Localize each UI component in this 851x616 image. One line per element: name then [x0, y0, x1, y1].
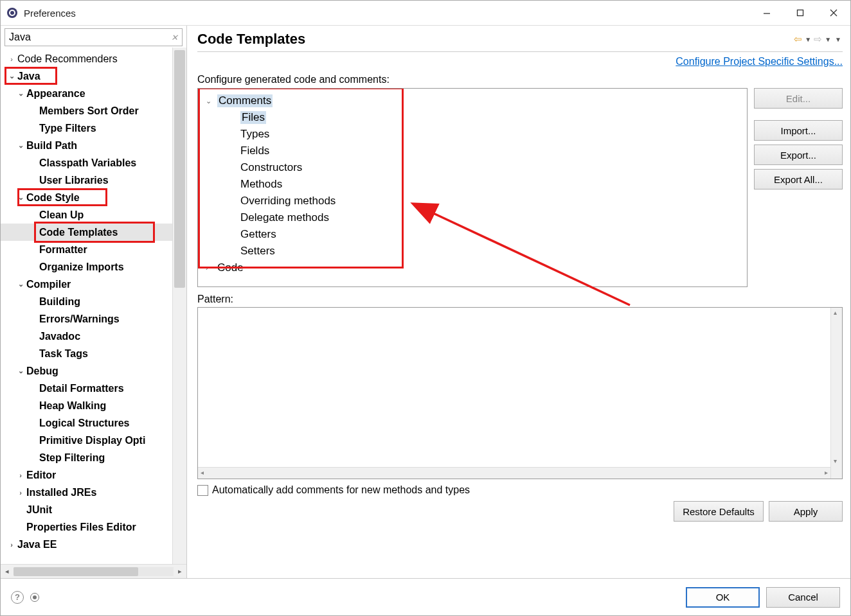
tree-item[interactable]: Organize Imports	[1, 258, 172, 276]
back-menu-icon[interactable]: ▼	[805, 36, 811, 43]
chevron-right-icon[interactable]: ›	[206, 264, 217, 272]
template-tree-label: Overriding methods	[240, 195, 336, 207]
minimize-button[interactable]	[750, 1, 784, 25]
tree-item[interactable]: Building	[1, 293, 172, 310]
tree-item[interactable]: JUnit	[1, 501, 172, 518]
close-button[interactable]	[817, 1, 850, 25]
tree-item[interactable]: ⌄Java	[1, 67, 172, 85]
tree-item[interactable]: User Libraries	[1, 172, 172, 189]
tree-item[interactable]: Logical Structures	[1, 414, 172, 432]
tree-item[interactable]: Type Filters	[1, 119, 172, 137]
import-button[interactable]: Import...	[754, 120, 843, 141]
tree-item[interactable]: Code Templates	[1, 224, 172, 241]
chevron-down-icon[interactable]: ⌄	[15, 141, 26, 150]
tree-item[interactable]: Formatter	[1, 241, 172, 258]
export-button[interactable]: Export...	[754, 145, 843, 165]
filter-field[interactable]: ✕	[4, 28, 183, 46]
record-icon[interactable]	[30, 593, 39, 602]
tree-item[interactable]: Clean Up	[1, 206, 172, 224]
tree-item[interactable]: ›Editor	[1, 466, 172, 484]
tree-item[interactable]: Task Tags	[1, 345, 172, 362]
help-icon[interactable]: ?	[11, 591, 24, 604]
template-tree-item[interactable]: Fields	[203, 143, 742, 159]
clear-filter-icon[interactable]: ✕	[171, 33, 178, 42]
template-tree-label: Fields	[240, 145, 269, 157]
pattern-hscroll[interactable]	[198, 467, 830, 479]
template-tree-item[interactable]: Constructors	[203, 159, 742, 176]
chevron-down-icon[interactable]: ⌄	[15, 367, 26, 375]
template-tree-item[interactable]: Setters	[203, 243, 742, 260]
edit-button[interactable]: Edit...	[754, 88, 843, 109]
tree-item[interactable]: ›Java EE	[1, 536, 172, 553]
chevron-down-icon[interactable]: ⌄	[15, 280, 26, 288]
filter-input[interactable]	[9, 31, 171, 43]
dropdown-icon[interactable]: ▼	[835, 36, 841, 43]
project-settings-link[interactable]: Configure Project Specific Settings...	[676, 56, 843, 67]
tree-item[interactable]: Step Filtering	[1, 449, 172, 466]
cancel-button[interactable]: Cancel	[766, 587, 840, 608]
chevron-down-icon[interactable]: ⌄	[15, 89, 26, 98]
template-tree-item[interactable]: Getters	[203, 226, 742, 243]
scroll-left-icon[interactable]: ◂	[1, 567, 13, 576]
chevron-right-icon[interactable]: ›	[15, 489, 26, 497]
tree-item[interactable]: Classpath Variables	[1, 154, 172, 172]
preferences-tree[interactable]: ›Code Recommenders⌄Java⌄AppearanceMember…	[1, 48, 172, 564]
tree-item[interactable]: Javadoc	[1, 328, 172, 345]
tree-item-label: Heap Walking	[39, 400, 106, 412]
tree-item[interactable]: Primitive Display Opti	[1, 432, 172, 449]
maximize-button[interactable]	[784, 1, 817, 25]
template-tree-item[interactable]: ⌄Comments	[203, 92, 742, 109]
tree-item-label: Formatter	[39, 244, 87, 256]
forward-menu-icon[interactable]: ▼	[825, 36, 831, 43]
ok-button[interactable]: OK	[686, 587, 760, 608]
template-tree-item[interactable]: ›Code	[203, 260, 742, 276]
main-panel: Code Templates ⇦ ▼ ⇨ ▼ ▼ Configure Proje…	[187, 26, 850, 578]
template-tree-item[interactable]: Types	[203, 126, 742, 143]
tree-item[interactable]: ›Installed JREs	[1, 484, 172, 501]
template-tree-label: Delegate methods	[240, 211, 329, 224]
titlebar[interactable]: Preferences	[1, 1, 850, 25]
tree-item-label: Organize Imports	[39, 261, 124, 273]
pattern-textarea[interactable]	[197, 307, 843, 479]
tree-item[interactable]: Detail Formatters	[1, 380, 172, 397]
tree-item[interactable]: ›Code Recommenders	[1, 50, 172, 67]
chevron-right-icon[interactable]: ›	[15, 471, 26, 479]
forward-icon[interactable]: ⇨	[814, 33, 822, 45]
configure-label: Configure generated code and comments:	[197, 74, 843, 85]
tree-item[interactable]: Heap Walking	[1, 397, 172, 414]
sidebar-hscrollbar[interactable]: ◂ ▸	[1, 564, 186, 578]
tree-item[interactable]: Properties Files Editor	[1, 518, 172, 536]
restore-defaults-button[interactable]: Restore Defaults	[674, 501, 764, 522]
chevron-right-icon[interactable]: ›	[6, 541, 17, 549]
tree-item[interactable]: ⌄Build Path	[1, 137, 172, 154]
apply-button[interactable]: Apply	[769, 501, 843, 522]
back-icon[interactable]: ⇦	[794, 33, 802, 45]
pattern-vscroll[interactable]	[830, 308, 842, 479]
page-title: Code Templates	[197, 31, 793, 48]
chevron-down-icon[interactable]: ⌄	[15, 193, 26, 202]
tree-item-label: Installed JREs	[26, 487, 96, 498]
tree-item-label: Java	[17, 71, 40, 82]
tree-item-label: Building	[39, 296, 80, 308]
template-tree-item[interactable]: Methods	[203, 176, 742, 193]
chevron-down-icon[interactable]: ⌄	[6, 72, 17, 80]
chevron-right-icon[interactable]: ›	[6, 55, 17, 63]
template-tree-item[interactable]: Overriding methods	[203, 193, 742, 209]
template-tree-item[interactable]: Delegate methods	[203, 209, 742, 226]
sidebar-scrollbar[interactable]	[172, 48, 186, 564]
auto-comments-checkbox[interactable]	[197, 485, 208, 496]
chevron-down-icon[interactable]: ⌄	[206, 97, 217, 105]
template-tree-label: Constructors	[240, 161, 302, 174]
tree-item[interactable]: ⌄Code Style	[1, 189, 172, 206]
templates-tree[interactable]: ⌄CommentsFilesTypesFieldsConstructorsMet…	[197, 88, 748, 287]
tree-item[interactable]: Members Sort Order	[1, 102, 172, 119]
export-all-button[interactable]: Export All...	[754, 169, 843, 189]
tree-item[interactable]: ⌄Appearance	[1, 85, 172, 102]
tree-item-label: Primitive Display Opti	[39, 435, 145, 446]
tree-item[interactable]: Errors/Warnings	[1, 310, 172, 328]
app-icon	[6, 6, 19, 19]
tree-item[interactable]: ⌄Compiler	[1, 276, 172, 293]
template-tree-item[interactable]: Files	[203, 109, 742, 126]
scroll-right-icon[interactable]: ▸	[174, 567, 186, 576]
tree-item[interactable]: ⌄Debug	[1, 362, 172, 380]
